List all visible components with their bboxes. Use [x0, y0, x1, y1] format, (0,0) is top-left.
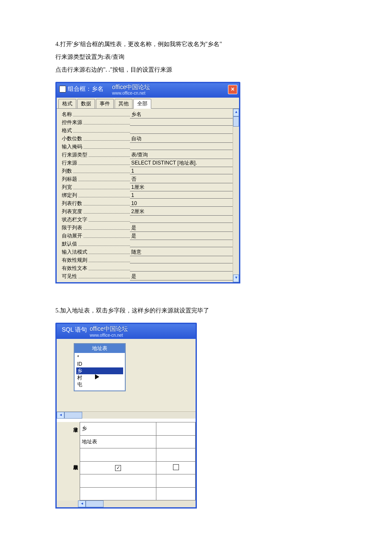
table-field[interactable]: ID	[76, 361, 123, 367]
property-value[interactable]	[130, 217, 233, 223]
property-label: 行来源类型	[62, 152, 89, 158]
sql-titlebar[interactable]: SQL 语句 office中国论坛 www.office-cn.net	[57, 324, 196, 339]
tab-data[interactable]: 数据	[77, 99, 95, 108]
grid-cell[interactable]	[156, 487, 196, 500]
row-label-col1: 字排显准	[58, 424, 79, 461]
property-row[interactable]: 有效性文本	[62, 264, 233, 272]
property-row[interactable]: 行来源SELECT DISTINCT [地址表].	[62, 159, 233, 167]
property-row[interactable]: 输入掩码	[62, 143, 233, 151]
scroll-left-icon[interactable]: ◂	[57, 412, 64, 419]
property-label: 列表宽度	[62, 208, 84, 214]
property-value[interactable]: 自动	[130, 135, 233, 143]
property-row[interactable]: 状态栏文字	[62, 216, 233, 224]
property-row[interactable]: 有效性规则	[62, 256, 233, 264]
table-diagram-pane[interactable]: 地址表 *ID乡村屯	[57, 339, 196, 411]
checkbox-icon[interactable]: ✓	[115, 465, 121, 471]
property-row[interactable]: 列标题否	[62, 175, 233, 183]
titlebar[interactable]: 组合框：乡名 office中国论坛 www.office-cn.net ×	[57, 83, 239, 98]
grid-cell[interactable]	[156, 435, 196, 448]
tab-event[interactable]: 事件	[96, 99, 114, 108]
hscroll-upper[interactable]: ◂	[57, 411, 196, 419]
property-value[interactable]	[130, 119, 233, 126]
property-row[interactable]: 列数1	[62, 167, 233, 175]
property-row[interactable]: 名称乡名	[62, 110, 233, 119]
grid-cell[interactable]	[156, 448, 196, 462]
table-title: 地址表	[75, 344, 125, 353]
property-row[interactable]: 列表宽度2厘米	[62, 208, 233, 216]
property-label: 状态栏文字	[62, 217, 89, 223]
property-row[interactable]: 可见性是	[62, 272, 233, 280]
property-value[interactable]: 是	[130, 273, 233, 280]
property-row[interactable]: 小数位数自动	[62, 135, 233, 143]
grid-cell[interactable]: 地址表	[80, 435, 156, 448]
property-value[interactable]: 表/查询	[130, 151, 233, 159]
table-box[interactable]: 地址表 *ID乡村屯	[74, 343, 126, 391]
property-row[interactable]: 自动展开是	[62, 232, 233, 240]
step5-line1: 5.加入地址表，双击乡字段，这样乡的行来源就设置完毕了	[55, 305, 337, 317]
grid-cell[interactable]: 乡	[80, 422, 156, 436]
property-row[interactable]: 控件来源	[62, 119, 233, 127]
property-value[interactable]: 1	[130, 168, 233, 174]
property-row[interactable]: 默认值	[62, 240, 233, 248]
window-icon	[59, 86, 66, 92]
property-row[interactable]: 行来源类型表/查询	[62, 151, 233, 159]
property-label: 绑定列	[62, 192, 78, 198]
property-label: 列宽	[62, 184, 73, 190]
grid-cell[interactable]	[156, 422, 196, 436]
property-label: 有效性文本	[62, 265, 89, 271]
tab-all[interactable]: 全部	[133, 99, 151, 109]
scroll-up-icon[interactable]: ▴	[233, 109, 239, 116]
table-field[interactable]: 屯	[76, 381, 123, 388]
property-row[interactable]: 输入法模式随意	[62, 248, 233, 256]
property-value[interactable]: 随意	[130, 249, 233, 256]
grid-cell[interactable]	[156, 461, 196, 474]
grid-cell[interactable]	[80, 448, 156, 462]
property-row[interactable]: 列宽1厘米	[62, 183, 233, 191]
property-value[interactable]	[130, 265, 233, 272]
grid-cell[interactable]	[156, 474, 196, 488]
property-value[interactable]: 10	[130, 200, 233, 207]
grid-cell[interactable]	[80, 487, 156, 500]
property-value[interactable]: 2厘米	[130, 208, 233, 216]
table-field[interactable]: *	[76, 354, 123, 361]
property-value[interactable]: 1厘米	[130, 184, 233, 191]
watermark-forum: office中国论坛	[89, 325, 127, 333]
property-value[interactable]: SELECT DISTINCT [地址表].	[130, 159, 233, 167]
tab-other[interactable]: 其他	[115, 99, 133, 108]
property-value[interactable]: 是	[130, 232, 233, 240]
tab-format[interactable]: 格式	[58, 99, 76, 108]
property-value[interactable]	[130, 144, 233, 150]
sql-window-title: SQL 语句	[62, 325, 87, 334]
property-label: 小数位数	[62, 136, 84, 142]
table-field[interactable]: 村	[76, 374, 123, 381]
property-row[interactable]: 格式	[62, 127, 233, 135]
scroll-thumb[interactable]	[233, 116, 239, 127]
scroll-down-icon[interactable]: ▾	[233, 275, 239, 282]
property-value[interactable]: 1	[130, 192, 233, 199]
property-value[interactable]	[130, 241, 233, 247]
close-icon[interactable]: ×	[228, 85, 237, 94]
property-row[interactable]: 限于列表是	[62, 224, 233, 232]
checkbox-icon[interactable]	[173, 464, 179, 470]
grid-row-labels: 字排显准 段表序示则成	[57, 422, 80, 500]
watermark-forum: office中国论坛	[112, 84, 150, 91]
property-label: 输入法模式	[62, 249, 89, 255]
cursor-icon	[95, 374, 99, 379]
scroll-left-icon[interactable]: ◂	[78, 500, 86, 507]
table-field[interactable]: 乡	[76, 367, 123, 374]
property-value[interactable]: 乡名	[130, 111, 233, 119]
property-row[interactable]: 绑定列1	[62, 191, 233, 199]
qbe-grid[interactable]: 乡地址表✓	[80, 422, 196, 500]
scroll-thumb[interactable]	[86, 500, 104, 507]
hscroll-grid[interactable]: ◂	[57, 500, 196, 507]
property-label: 限于列表	[62, 225, 84, 231]
scrollbar-vertical[interactable]: ▴ ▾	[233, 109, 239, 282]
scroll-thumb[interactable]	[64, 412, 82, 419]
grid-cell[interactable]: ✓	[80, 461, 156, 474]
property-row[interactable]: 列表行数10	[62, 199, 233, 208]
property-value[interactable]	[130, 257, 233, 263]
property-value[interactable]	[130, 127, 233, 134]
property-value[interactable]: 是	[130, 224, 233, 232]
property-value[interactable]: 否	[130, 176, 233, 183]
grid-cell[interactable]	[80, 474, 156, 488]
